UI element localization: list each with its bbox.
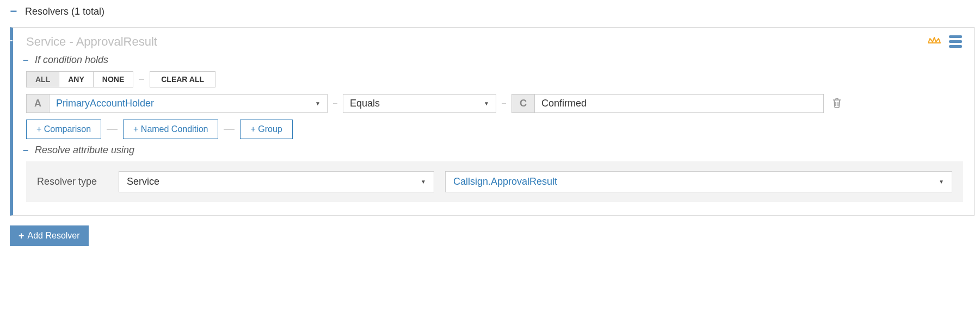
connector-line — [139, 79, 144, 80]
condition-mode-group: ALL ANY NONE — [26, 71, 133, 87]
hamburger-menu-icon[interactable] — [948, 34, 963, 49]
section-title: Resolvers (1 total) — [25, 6, 104, 17]
collapse-icon[interactable]: − — [21, 146, 30, 155]
value-value: Confirmed — [541, 98, 587, 109]
attribute-prefix: A — [27, 95, 50, 112]
chevron-down-icon: ▼ — [315, 101, 320, 106]
add-comparison-button[interactable]: + Comparison — [26, 120, 101, 139]
condition-section: − If condition holds ALL ANY NONE CLEAR … — [26, 54, 963, 139]
resolvers-section-header: − Resolvers (1 total) — [5, 5, 975, 17]
resolve-section-label: Resolve attribute using — [35, 145, 134, 156]
crown-icon[interactable] — [927, 35, 941, 48]
clear-all-button[interactable]: CLEAR ALL — [150, 71, 215, 87]
condition-value-select[interactable]: C Confirmed — [511, 94, 824, 113]
resolver-type-label: Resolver type — [37, 176, 108, 187]
chevron-down-icon: ▼ — [484, 101, 489, 106]
resolver-service-select[interactable]: Callsign.ApprovalResult ▼ — [445, 171, 952, 192]
chevron-down-icon: ▼ — [939, 179, 944, 185]
add-named-condition-button[interactable]: + Named Condition — [123, 120, 218, 139]
add-resolver-label: Add Resolver — [28, 231, 80, 241]
mode-all-button[interactable]: ALL — [27, 72, 59, 87]
add-resolver-button[interactable]: + Add Resolver — [10, 225, 89, 246]
plus-icon: + — [19, 231, 24, 241]
condition-section-header: − If condition holds — [21, 54, 963, 66]
condition-row: A PrimaryAccountHolder ▼ Equals ▼ C Conf… — [26, 94, 963, 113]
card-title: Service - ApprovalResult — [26, 35, 157, 49]
operator-value: Equals — [350, 98, 380, 109]
card-header: Service - ApprovalResult — [26, 34, 963, 49]
connector-line — [107, 129, 118, 130]
resolver-type-value: Service — [127, 176, 159, 187]
connector-line — [333, 103, 337, 104]
mode-any-button[interactable]: ANY — [59, 72, 94, 87]
card-collapse-handle[interactable]: - — [10, 32, 13, 48]
delete-condition-icon[interactable] — [829, 95, 845, 113]
resolve-section-header: − Resolve attribute using — [21, 145, 963, 156]
resolver-type-select[interactable]: Service ▼ — [119, 171, 434, 192]
resolver-card: - Service - ApprovalResult − If conditio… — [10, 27, 975, 216]
connector-line — [502, 103, 506, 104]
value-prefix: C — [512, 95, 535, 112]
condition-section-label: If condition holds — [35, 54, 108, 66]
collapse-icon[interactable]: − — [9, 5, 19, 17]
resolve-config-box: Resolver type Service ▼ Callsign.Approva… — [26, 161, 963, 202]
condition-mode-row: ALL ANY NONE CLEAR ALL — [26, 71, 963, 87]
add-condition-row: + Comparison + Named Condition + Group — [26, 120, 963, 139]
connector-line — [224, 129, 235, 130]
condition-operator-select[interactable]: Equals ▼ — [343, 94, 496, 113]
attribute-value: PrimaryAccountHolder — [56, 98, 154, 109]
collapse-icon[interactable]: − — [21, 55, 30, 65]
condition-attribute-select[interactable]: A PrimaryAccountHolder ▼ — [26, 94, 328, 113]
resolver-service-value: Callsign.ApprovalResult — [453, 176, 557, 187]
card-actions — [927, 34, 963, 49]
mode-none-button[interactable]: NONE — [94, 72, 133, 87]
resolve-section: − Resolve attribute using Resolver type … — [26, 145, 963, 202]
add-group-button[interactable]: + Group — [240, 120, 292, 139]
chevron-down-icon: ▼ — [421, 179, 426, 185]
